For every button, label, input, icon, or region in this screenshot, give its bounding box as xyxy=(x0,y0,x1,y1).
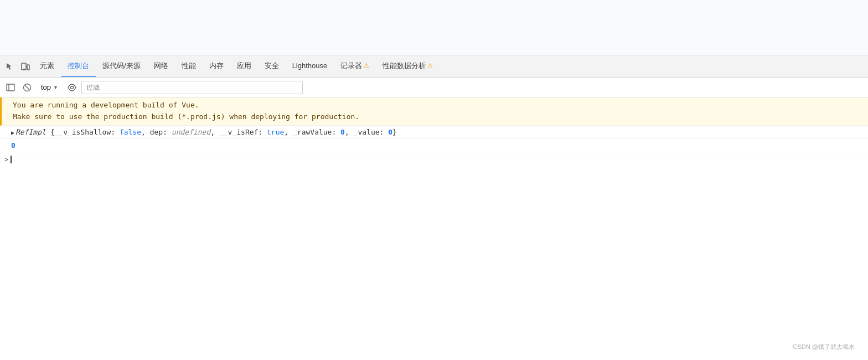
tab-elements[interactable]: 元素 xyxy=(33,55,61,78)
svg-rect-1 xyxy=(27,65,29,70)
value-key: , _value: xyxy=(345,128,388,136)
svg-line-6 xyxy=(25,85,29,90)
recorder-warning-icon: ⚠ xyxy=(364,62,369,69)
perf-insights-warning-icon: ⚠ xyxy=(427,62,433,69)
svg-point-7 xyxy=(71,86,74,89)
tab-console[interactable]: 控制台 xyxy=(61,55,96,78)
device-icon xyxy=(21,62,30,71)
dep-value: undefined xyxy=(172,128,210,136)
tab-lighthouse[interactable]: Lighthouse xyxy=(286,55,334,78)
isref-value: true xyxy=(267,128,284,136)
console-toolbar: top ▼ xyxy=(0,78,868,97)
context-selector-button[interactable]: top ▼ xyxy=(37,81,63,93)
refimpl-object-line[interactable]: ▶ RefImpl {__v_isShallow: false , dep: u… xyxy=(0,126,868,139)
object-close-brace: } xyxy=(392,128,397,136)
svg-rect-0 xyxy=(22,63,26,70)
filter-input[interactable] xyxy=(81,81,303,94)
isref-key: , __v_isRef: xyxy=(210,128,267,136)
show-sidebar-button[interactable] xyxy=(3,80,18,95)
context-dropdown-icon: ▼ xyxy=(53,85,58,90)
warning-line-1: You are running a development build of V… xyxy=(13,100,864,111)
console-content: You are running a development build of V… xyxy=(0,97,868,319)
console-prompt[interactable]: > xyxy=(0,152,868,167)
tab-memory[interactable]: 内存 xyxy=(203,55,230,78)
tab-sources[interactable]: 源代码/来源 xyxy=(96,55,147,78)
rawvalue-key: , _rawValue: xyxy=(284,128,340,136)
vue-warning-message: You are running a development build of V… xyxy=(0,97,868,126)
clear-console-button[interactable] xyxy=(20,80,34,95)
expand-arrow-icon[interactable]: ▶ xyxy=(11,130,14,136)
tab-network[interactable]: 网络 xyxy=(147,55,175,78)
rawvalue-value: 0 xyxy=(340,128,345,136)
value-value: 0 xyxy=(388,128,392,136)
prompt-cursor xyxy=(11,156,12,163)
context-label: top xyxy=(41,83,51,91)
browser-area xyxy=(0,0,868,55)
eye-icon xyxy=(68,83,76,92)
svg-rect-3 xyxy=(7,84,14,91)
tab-recorder[interactable]: 记录器 ⚠ xyxy=(334,55,376,78)
inspect-icon xyxy=(6,62,14,71)
value-zero: 0 xyxy=(11,141,16,150)
devtools-tabs-bar: 元素 控制台 源代码/来源 网络 性能 内存 应用 安全 Lighthouse … xyxy=(0,55,868,78)
sidebar-icon xyxy=(6,83,15,92)
dep-key: , dep: xyxy=(141,128,172,136)
shallow-value: false xyxy=(120,128,141,136)
tab-application[interactable]: 应用 xyxy=(230,55,258,78)
eye-button[interactable] xyxy=(65,80,79,95)
object-class-name: RefImpl xyxy=(16,128,46,136)
warning-line-2: Make sure to use the production build (*… xyxy=(13,111,864,123)
clear-icon xyxy=(23,83,32,92)
device-mode-button[interactable] xyxy=(18,59,33,74)
tab-security[interactable]: 安全 xyxy=(258,55,286,78)
inspect-element-button[interactable] xyxy=(2,59,18,74)
watermark: CSDN @饿了就去喝水 xyxy=(793,343,855,351)
prompt-arrow-icon: > xyxy=(4,156,8,163)
object-open-brace: {__v_isShallow: xyxy=(46,128,120,136)
console-value-zero: 0 xyxy=(0,139,868,152)
tab-performance[interactable]: 性能 xyxy=(175,55,203,78)
tab-performance-insights[interactable]: 性能数据分析 ⚠ xyxy=(376,55,440,78)
